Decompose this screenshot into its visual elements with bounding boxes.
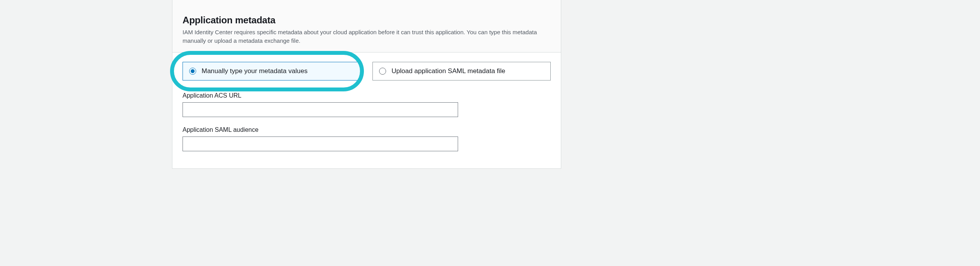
panel-header: Application metadata IAM Identity Center… xyxy=(172,0,561,52)
option-upload-metadata[interactable]: Upload application SAML metadata file xyxy=(372,62,551,80)
metadata-option-row: Manually type your metadata values Uploa… xyxy=(183,62,551,80)
option-manual-label: Manually type your metadata values xyxy=(202,67,307,75)
option-manual-metadata[interactable]: Manually type your metadata values xyxy=(183,62,361,80)
panel-description: IAM Identity Center requires specific me… xyxy=(183,28,551,45)
panel-title: Application metadata xyxy=(183,15,551,26)
application-metadata-panel: Application metadata IAM Identity Center… xyxy=(172,0,561,169)
radio-icon xyxy=(189,68,196,75)
radio-inner-icon xyxy=(191,69,195,73)
panel-body: Manually type your metadata values Uploa… xyxy=(172,52,561,168)
acs-url-group: Application ACS URL xyxy=(183,92,551,117)
acs-url-input[interactable] xyxy=(183,102,458,117)
saml-audience-input[interactable] xyxy=(183,136,458,151)
option-upload-label: Upload application SAML metadata file xyxy=(392,67,505,75)
radio-icon xyxy=(379,68,386,75)
saml-audience-group: Application SAML audience xyxy=(183,126,551,151)
saml-audience-label: Application SAML audience xyxy=(183,126,551,133)
acs-url-label: Application ACS URL xyxy=(183,92,551,99)
